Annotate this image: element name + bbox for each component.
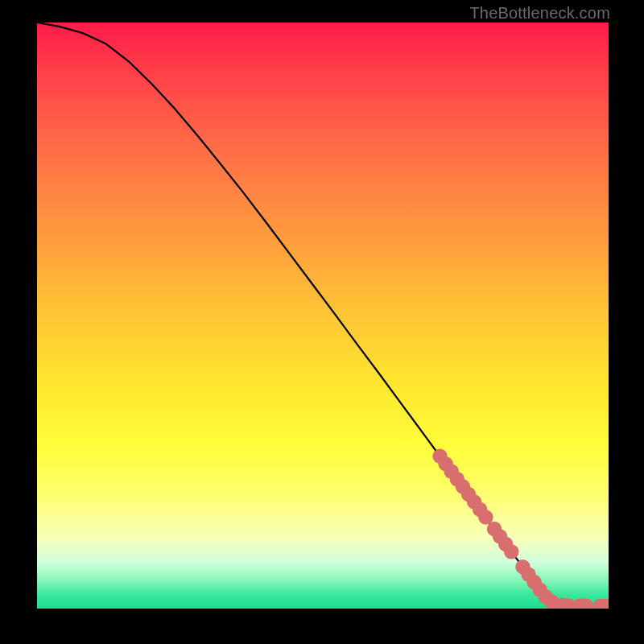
chart-svg: [37, 23, 609, 609]
attribution-text: TheBottleneck.com: [469, 4, 610, 23]
chart-frame: TheBottleneck.com: [0, 0, 644, 644]
markers-group: [432, 448, 609, 609]
plot-area: [37, 23, 609, 609]
marker-point: [504, 544, 518, 559]
curve-path: [37, 23, 609, 606]
